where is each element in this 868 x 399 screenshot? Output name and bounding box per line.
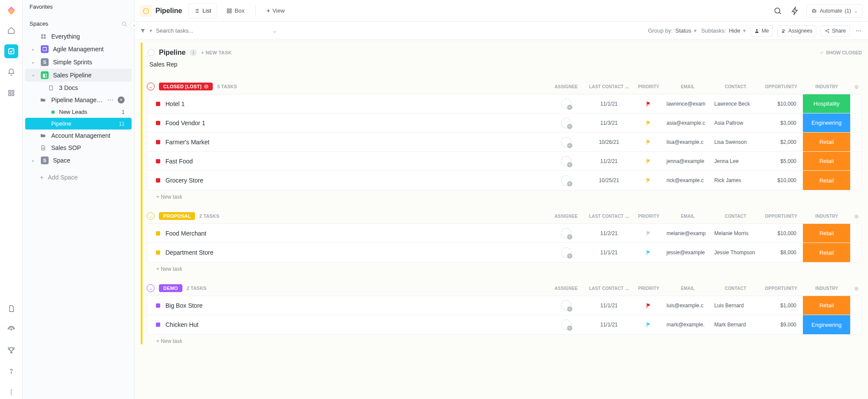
sidebar-item-space[interactable]: ▸ S Space [25, 154, 132, 167]
opportunity-cell[interactable]: $5,000 [759, 152, 802, 170]
status-square-icon[interactable] [156, 102, 160, 106]
sidebar-item-sales-pipeline[interactable]: ▾ ◧ Sales Pipeline [25, 69, 132, 82]
col-assignee[interactable]: ASSIGNEE [548, 84, 585, 89]
tab-add-view[interactable]: + View [261, 3, 290, 18]
industry-cell[interactable]: Retail [802, 171, 850, 190]
subtasks-dropdown[interactable]: Subtasks: Hide ▾ [701, 27, 746, 34]
opportunity-cell[interactable]: $10,000 [759, 94, 802, 113]
last-contact-cell[interactable]: 11/1/21 [584, 315, 633, 334]
add-space-button[interactable]: + Add Space [25, 171, 132, 183]
help-icon[interactable] [4, 364, 18, 378]
status-square-icon[interactable] [156, 303, 160, 308]
last-contact-cell[interactable]: 11/1/21 [584, 94, 633, 113]
col-email[interactable]: EMAIL [664, 214, 712, 219]
priority-cell[interactable] [633, 152, 663, 170]
email-cell[interactable]: lisa@example.c [663, 133, 711, 151]
contact-cell[interactable]: Mark Bernard [711, 315, 759, 334]
col-last-contact[interactable]: LAST CONTACT … [585, 84, 634, 89]
flag-icon[interactable] [645, 230, 652, 237]
group-status-pill[interactable]: DEMO [159, 284, 182, 292]
priority-cell[interactable] [633, 243, 663, 262]
add-button[interactable]: + [118, 96, 125, 103]
me-button[interactable]: Me [750, 25, 773, 37]
table-row[interactable]: Food Vendor 1 11/3/21 asia@example.c Asi… [147, 113, 861, 133]
collapse-sidebar-button[interactable]: ‹ [130, 21, 139, 30]
status-square-icon[interactable] [156, 178, 160, 183]
last-contact-cell[interactable]: 11/1/21 [584, 243, 633, 262]
contact-cell[interactable]: Rick James [711, 171, 759, 190]
opportunity-cell[interactable]: $10,000 [759, 224, 802, 243]
table-row[interactable]: Grocery Store 10/25/21 rick@example.c Ri… [147, 171, 861, 190]
group-status-pill[interactable]: CLOSED [LOST] [159, 83, 213, 90]
apps-icon[interactable] [4, 86, 18, 100]
industry-cell[interactable]: Retail [802, 296, 850, 315]
sidebar-item-pipeline[interactable]: Pipeline 11 [25, 118, 132, 130]
show-closed-button[interactable]: SHOW CLOSED [819, 50, 862, 55]
industry-cell[interactable]: Retail [802, 152, 850, 170]
tab-list[interactable]: List [188, 3, 217, 18]
col-opportunity[interactable]: OPPORTUNITY [759, 286, 803, 291]
col-priority[interactable]: PRIORITY [634, 286, 664, 291]
priority-cell[interactable] [633, 113, 663, 132]
last-contact-cell[interactable]: 11/2/21 [584, 152, 633, 170]
col-contact[interactable]: CONTACT [712, 214, 759, 219]
home-icon[interactable] [4, 23, 18, 37]
add-column-button[interactable]: ⊕ [851, 213, 862, 219]
flag-icon[interactable] [645, 321, 652, 328]
sidebar-item-agile[interactable]: ▸ ❐ Agile Management [25, 43, 132, 56]
assignee-add-icon[interactable] [561, 175, 571, 186]
email-cell[interactable]: melanie@examp [663, 224, 711, 243]
opportunity-cell[interactable]: $1,000 [759, 296, 802, 315]
priority-cell[interactable] [633, 296, 663, 315]
flag-icon[interactable] [645, 177, 652, 184]
last-contact-cell[interactable]: 10/25/21 [584, 171, 633, 190]
assignees-button[interactable]: Assignees [777, 25, 816, 37]
table-row[interactable]: Fast Food 11/2/21 jenna@example Jenna Le… [147, 152, 861, 171]
col-industry[interactable]: INDUSTRY [803, 84, 851, 89]
email-cell[interactable]: luis@example.c [663, 296, 711, 315]
flag-icon[interactable] [645, 302, 652, 309]
assignee-add-icon[interactable] [561, 247, 571, 258]
group-status-pill[interactable]: PROPOSAL [159, 212, 195, 220]
col-opportunity[interactable]: OPPORTUNITY [759, 84, 803, 89]
groupby-dropdown[interactable]: Group by: Status ▾ [648, 27, 697, 34]
email-cell[interactable]: jessie@example [663, 243, 711, 262]
sidebar-item-sales-sop[interactable]: Sales SOP [25, 142, 132, 154]
industry-cell[interactable]: Hospitality [802, 94, 850, 113]
chevron-down-icon[interactable]: ⌄ [272, 27, 277, 34]
table-row[interactable]: Food Merchant 11/2/21 melanie@examp Mela… [147, 224, 861, 243]
flag-icon[interactable] [645, 100, 652, 107]
new-task-button[interactable]: + New task [147, 263, 862, 272]
email-cell[interactable]: jenna@example [663, 152, 711, 170]
favorites-header[interactable]: Favorites [23, 0, 134, 13]
opportunity-cell[interactable]: $9,000 [759, 315, 802, 334]
col-assignee[interactable]: ASSIGNEE [548, 214, 585, 219]
assignee-add-icon[interactable] [561, 99, 571, 109]
email-cell[interactable]: mark@example. [663, 315, 711, 334]
col-email[interactable]: EMAIL [664, 286, 712, 291]
contact-cell[interactable]: Jenna Lee [711, 152, 759, 170]
contact-cell[interactable]: Lisa Swenson [711, 133, 759, 151]
priority-cell[interactable] [633, 315, 663, 334]
contact-cell[interactable]: Melanie Morris [711, 224, 759, 243]
flag-icon[interactable] [645, 120, 652, 126]
priority-cell[interactable] [633, 94, 663, 113]
table-row[interactable]: Chicken Hut 11/1/21 mark@example. Mark B… [147, 315, 861, 334]
bell-icon[interactable] [4, 65, 18, 79]
flag-icon[interactable] [645, 158, 652, 165]
priority-cell[interactable] [633, 171, 663, 190]
col-last-contact[interactable]: LAST CONTACT … [585, 286, 634, 291]
contact-cell[interactable]: Lawrence Beck [711, 94, 759, 113]
spaces-header[interactable]: Spaces [23, 17, 134, 30]
email-cell[interactable]: rick@example.c [663, 171, 711, 190]
opportunity-cell[interactable]: $3,000 [759, 113, 802, 132]
sidebar-item-pipeline-management[interactable]: Pipeline Management ⋯ + [25, 94, 132, 106]
email-cell[interactable]: lawrence@exam [663, 94, 711, 113]
col-priority[interactable]: PRIORITY [634, 84, 664, 89]
col-industry[interactable]: INDUSTRY [803, 214, 851, 219]
tab-box[interactable]: Box [221, 3, 250, 18]
priority-cell[interactable] [633, 133, 663, 151]
col-contact[interactable]: CONTACT [712, 84, 759, 89]
new-task-button[interactable]: + NEW TASK [201, 50, 231, 55]
tasks-icon[interactable] [4, 44, 18, 58]
